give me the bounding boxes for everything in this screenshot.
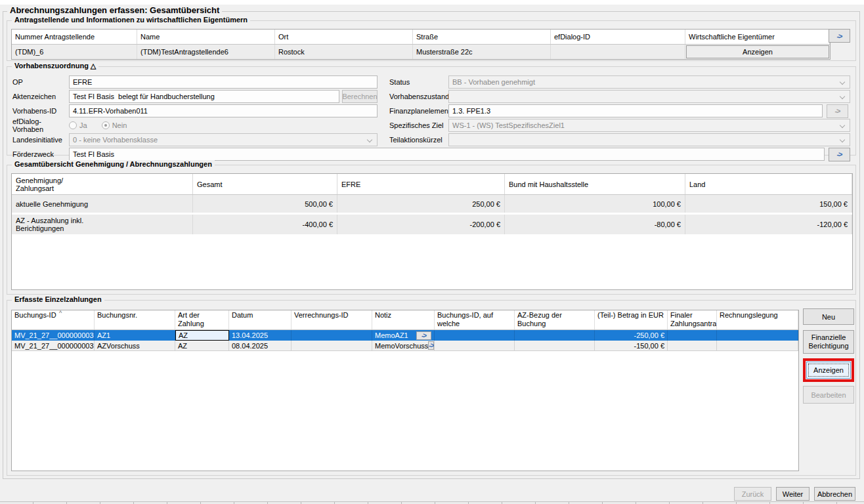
goto-arrow-icon: -> bbox=[836, 32, 842, 40]
cell-finaler-zahlungsantrag bbox=[668, 341, 717, 350]
finanzplanelement-goto-button: -> bbox=[827, 104, 848, 118]
chevron-down-icon bbox=[840, 123, 845, 128]
table-row: AZ - Auszahlung inkl. Berichtigungen -40… bbox=[12, 215, 852, 236]
applicant-table: Nummer Antragstellende Name Ort Straße e… bbox=[11, 29, 831, 60]
col-header-bund: Bund mit Haushaltsstelle bbox=[505, 174, 685, 194]
col-header-verrechnungs-id[interactable]: Verrechnungs-ID bbox=[292, 310, 372, 329]
cell-referenz bbox=[435, 341, 515, 350]
section-vorhabenszuordnung: Vorhabenszuordnung△ OP EFRE Status BB - … bbox=[7, 66, 856, 156]
section-vorhaben-title: Vorhabenszuordnung bbox=[14, 62, 89, 70]
vorhabens-id-label: Vorhabens-ID bbox=[12, 107, 69, 115]
cell-datum: 13.04.2025 bbox=[229, 330, 292, 341]
cell-land: -120,00 € bbox=[685, 215, 852, 234]
bearbeiten-button: Bearbeiten bbox=[803, 386, 854, 404]
cell-nummer: (TDM)_6 bbox=[12, 45, 137, 59]
cell-notiz: MemoAZ1 -> bbox=[372, 330, 435, 341]
cell-datum: 08.04.2025 bbox=[229, 341, 292, 350]
annotation-red-highlight: Anzeigen bbox=[803, 358, 854, 382]
weiter-button[interactable]: Weiter bbox=[776, 487, 810, 501]
col-header-efdialog-id: efDialog-ID bbox=[551, 30, 685, 44]
neu-button[interactable]: Neu bbox=[803, 308, 854, 325]
table-row-selected[interactable]: MV_21_27__0000000036 AZ1 AZ 13.04.2025 M… bbox=[12, 330, 798, 341]
aktenzeichen-label: Aktenzeichen bbox=[12, 93, 69, 100]
goto-arrow-icon: -> bbox=[834, 107, 840, 115]
cell-finaler-zahlungsantrag bbox=[668, 330, 717, 341]
col-header-name: Name bbox=[137, 30, 275, 44]
bottom-edge-strip bbox=[0, 501, 864, 504]
radio-nein bbox=[102, 121, 110, 129]
cell-verrechnungs-id bbox=[292, 330, 372, 341]
applicant-table-header: Nummer Antragstellende Name Ort Straße e… bbox=[12, 30, 830, 45]
cell-buchungsnr: AZ1 bbox=[95, 330, 175, 341]
vorhabens-id-field[interactable]: 4.11.EFR-Vorhaben011 bbox=[69, 104, 378, 117]
sort-ascending-icon: ^ bbox=[59, 310, 62, 316]
abbrechen-button[interactable]: Abbrechen bbox=[814, 487, 855, 501]
cell-betrag: -150,00 € bbox=[595, 341, 668, 350]
chevron-down-icon bbox=[840, 137, 845, 142]
window-top-edge bbox=[0, 0, 864, 5]
cell-efdialog-id bbox=[551, 45, 685, 59]
cell-bund: -80,00 € bbox=[505, 215, 685, 234]
goto-arrow-icon: -> bbox=[429, 342, 433, 349]
anzeigen-button[interactable]: Anzeigen bbox=[806, 362, 851, 379]
applicant-goto-button[interactable]: -> bbox=[829, 29, 850, 43]
cell-az-bezug bbox=[515, 341, 595, 350]
col-header-az-bezug[interactable]: AZ-Bezug der Buchung bbox=[515, 310, 595, 329]
col-header-land: Land bbox=[685, 174, 852, 194]
op-field[interactable]: EFRE bbox=[69, 75, 378, 89]
cell-buchungsnr: AZVorschuss bbox=[95, 341, 175, 350]
section-antragstellende-title: Antragstellende und Informationen zu wir… bbox=[12, 16, 250, 24]
vorhabenszustand-label: Vorhabenszustand bbox=[389, 93, 448, 100]
cell-notiz: MemoVorschuss -> bbox=[372, 341, 435, 350]
zurueck-button: Zurück bbox=[734, 487, 771, 501]
col-header-strasse: Straße bbox=[413, 30, 551, 44]
cell-art-focused: AZ bbox=[175, 330, 229, 341]
foerderzweck-goto-button[interactable]: -> bbox=[829, 148, 850, 161]
goto-arrow-icon: -> bbox=[421, 332, 426, 339]
col-header-buchungs-id[interactable]: Buchungs-ID bbox=[12, 310, 95, 329]
cell-land: 150,00 € bbox=[685, 195, 852, 213]
cell-az-bezug bbox=[515, 330, 595, 341]
aktenzeichen-field[interactable]: Test FI Basis belegt für Handbucherstell… bbox=[69, 90, 339, 103]
col-header-nummer: Nummer Antragstellende bbox=[12, 30, 137, 44]
page-title: Abrechnungszahlungen erfassen: Gesamtübe… bbox=[7, 5, 222, 15]
col-header-efre: EFRE bbox=[337, 174, 505, 194]
finanzplanelement-field[interactable]: 1.3. FPE1.3 bbox=[448, 104, 823, 117]
col-header-buchungsnr[interactable]: Buchungsnr. bbox=[95, 310, 175, 329]
status-dropdown: BB - Vorhaben genehmigt bbox=[448, 75, 850, 89]
chevron-down-icon bbox=[367, 137, 372, 142]
status-label: Status bbox=[389, 78, 448, 86]
col-header-finaler-zahlungsantrag[interactable]: Finaler Zahlungsantrag bbox=[668, 310, 717, 329]
col-header-referenz[interactable]: Buchungs-ID, auf welche die Buchung refe… bbox=[435, 310, 515, 329]
table-row[interactable]: MV_21_27__0000000037 AZVorschuss AZ 08.0… bbox=[12, 341, 798, 351]
col-header-art[interactable]: Art der Zahlung bbox=[175, 310, 229, 329]
cell-betrag: -250,00 € bbox=[595, 330, 668, 341]
finanzielle-berichtigung-button[interactable]: Finanzielle Berichtigung bbox=[803, 330, 854, 354]
cell-gesamt: 500,00 € bbox=[193, 195, 337, 213]
section-einzelzahlungen: Erfasste Einzelzahlungen ^ Buchungs-ID B… bbox=[7, 300, 856, 476]
col-header-notiz[interactable]: Notiz bbox=[372, 310, 435, 329]
col-header-datum[interactable]: Datum bbox=[229, 310, 292, 329]
cell-referenz bbox=[435, 330, 515, 341]
efdialog-vorhaben-radio-group: Ja Nein bbox=[69, 121, 378, 129]
applicant-table-row[interactable]: (TDM)_6 (TDM)TestAntragstellende6 Rostoc… bbox=[12, 45, 830, 59]
col-header-rechnungslegung[interactable]: Rechnungslegung bbox=[717, 310, 798, 329]
col-header-genehmigung-zahlungsart: Genehmigung/ Zahlungsart bbox=[12, 174, 193, 194]
col-header-ort: Ort bbox=[275, 30, 413, 44]
warning-triangle-icon: △ bbox=[91, 62, 96, 70]
section-einzelzahlungen-title: Erfasste Einzelzahlungen bbox=[12, 295, 104, 303]
chevron-down-icon bbox=[840, 79, 845, 85]
col-header-betrag[interactable]: (Teil-) Betrag in EUR bbox=[595, 310, 668, 329]
vorhabenszustand-dropdown bbox=[448, 90, 850, 103]
cell-verrechnungs-id bbox=[292, 341, 372, 350]
foerderzweck-field[interactable]: Test FI Basis bbox=[69, 148, 825, 161]
eigentuemer-anzeigen-button[interactable]: Anzeigen bbox=[686, 45, 829, 58]
notiz-goto-button[interactable]: -> bbox=[416, 331, 431, 340]
berechnen-button: Berechnen bbox=[342, 90, 378, 103]
cell-rechnungslegung bbox=[717, 330, 798, 341]
notiz-goto-button[interactable]: -> bbox=[428, 341, 434, 350]
footer-button-bar: Zurück Weiter Abbrechen bbox=[734, 487, 855, 501]
cell-rechnungslegung bbox=[717, 341, 798, 350]
efdialog-vorhaben-label: efDialog-Vorhaben bbox=[12, 117, 69, 133]
table-row: aktuelle Genehmigung 500,00 € 250,00 € 1… bbox=[12, 195, 852, 215]
